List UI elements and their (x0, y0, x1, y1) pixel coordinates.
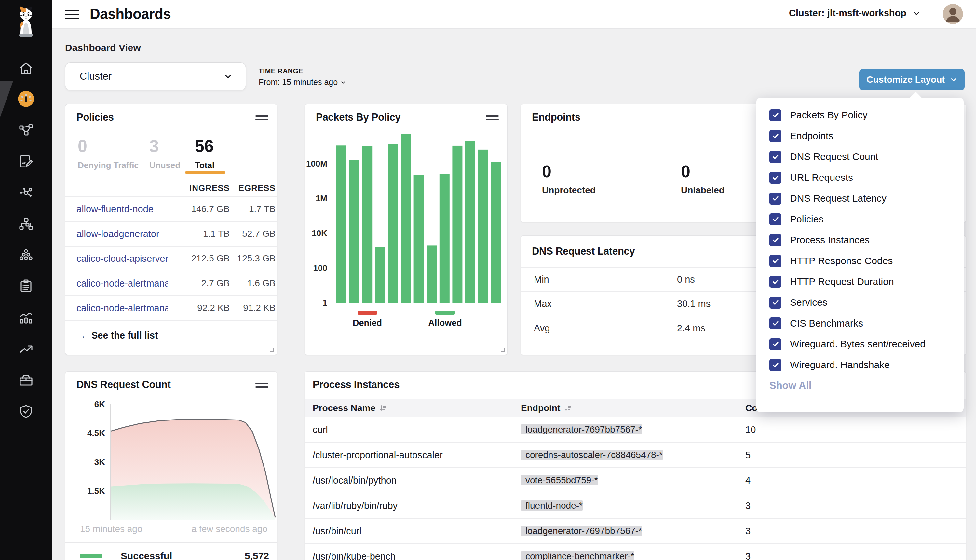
cluster-switcher[interactable]: Cluster: jlt-msft-workshop (789, 8, 921, 18)
count-value: 10 (745, 424, 966, 435)
checkbox-checked-icon[interactable] (769, 359, 781, 371)
checkbox-checked-icon[interactable] (769, 338, 781, 350)
checkbox-checked-icon[interactable] (769, 297, 781, 308)
count-value: 3 (745, 526, 966, 537)
svg-text:6K: 6K (94, 399, 105, 409)
ingress-column-header: INGRESS (168, 183, 230, 193)
inventory-box-icon (18, 372, 34, 388)
page-title: Dashboards (90, 6, 171, 22)
legend-item-denied[interactable]: Denied (346, 310, 389, 328)
dashboard-view-select-value: Cluster (80, 70, 224, 82)
process-name: curl (313, 424, 521, 435)
calico-cat-logo (14, 4, 38, 38)
policy-link[interactable]: allow-loadgenerator (77, 228, 168, 239)
process-name-column-header[interactable]: Process Name (313, 403, 521, 413)
dropdown-checkbox-item[interactable]: Process Instances (756, 230, 964, 250)
sidebar-item-policies[interactable] (0, 146, 52, 177)
sidebar-item-service-graph[interactable] (0, 177, 52, 208)
resize-handle[interactable] (501, 348, 505, 352)
process-name: /cluster-proportional-autoscaler (313, 450, 521, 460)
policy-edit-icon (18, 153, 34, 169)
sidebar-item-timeline[interactable] (0, 302, 52, 333)
dashboard-view-select[interactable]: Cluster (65, 62, 246, 90)
hamburger-menu-icon[interactable] (65, 10, 79, 22)
dropdown-checkbox-item[interactable]: Wireguard. Handshake (756, 355, 964, 375)
egress-column-header: EGRESS (230, 183, 275, 193)
count-value: 3 (745, 500, 966, 511)
timeline-chart-icon (18, 310, 34, 325)
x-axis-label-end: a few seconds ago (192, 524, 268, 534)
sidebar-item-home[interactable] (0, 53, 52, 84)
arrow-right-icon: → (77, 330, 86, 341)
dropdown-checkbox-item[interactable]: Policies (756, 209, 964, 230)
time-range-value[interactable]: From: 15 minutes ago (259, 77, 346, 87)
dropdown-checkbox-item[interactable]: DNS Request Count (756, 146, 964, 167)
policy-stat: 0 Denying Traffic (78, 136, 139, 170)
avatar[interactable] (943, 4, 963, 24)
see-full-list-link[interactable]: → See the full list (77, 330, 158, 341)
resize-handle[interactable] (270, 348, 274, 352)
checkbox-checked-icon[interactable] (769, 109, 781, 121)
checkbox-checked-icon[interactable] (769, 276, 781, 288)
show-all-link[interactable]: Show All (769, 380, 812, 392)
checkbox-checked-icon[interactable] (769, 234, 781, 246)
ingress-value: 1.1 TB (168, 228, 230, 239)
policy-link[interactable]: calico-cloud-apiserver-… (77, 253, 168, 264)
denied-swatch (357, 310, 377, 315)
sidebar-item-security[interactable] (0, 396, 52, 427)
dropdown-checkbox-item[interactable]: Services (756, 292, 964, 313)
dropdown-checkbox-item[interactable]: DNS Request Latency (756, 188, 964, 209)
policies-table: allow-fluentd-node 146.7 GB 1.7 TB allow… (65, 197, 277, 320)
checkbox-checked-icon[interactable] (769, 213, 781, 225)
dropdown-checkbox-item[interactable]: HTTP Request Duration (756, 271, 964, 292)
sidebar-item-network-topology[interactable] (0, 115, 52, 146)
sidebar-item-compliance[interactable] (0, 270, 52, 302)
endpoint-stat: 0 Unprotected (542, 162, 596, 195)
trend-arrow-icon (18, 342, 34, 357)
chevron-down-icon (912, 9, 921, 18)
checkbox-checked-icon[interactable] (769, 193, 781, 205)
sort-icon (564, 404, 572, 412)
dropdown-checkbox-item[interactable]: CIS Benchmarks (756, 313, 964, 334)
dropdown-checkbox-item[interactable]: Endpoints (756, 125, 964, 146)
sidebar-item-dashboards[interactable] (0, 83, 52, 115)
drag-handle-icon[interactable] (255, 115, 269, 123)
dropdown-checkbox-item[interactable]: Wireguard. Bytes sent/received (756, 334, 964, 355)
dropdown-checkbox-item[interactable]: URL Requests (756, 167, 964, 188)
policy-link[interactable]: calico-node-alertmana… (77, 278, 168, 289)
sidebar-item-network-sets[interactable] (0, 208, 52, 240)
table-row: curl loadgenerator-7697bb7567-* 10 (305, 417, 966, 443)
checkbox-checked-icon[interactable] (769, 151, 781, 163)
policy-link[interactable]: calico-node-alertmana… (77, 303, 168, 313)
table-row: /cluster-proportional-autoscaler coredns… (305, 443, 966, 468)
time-range-label: TIME RANGE (259, 67, 346, 75)
dropdown-checkbox-item[interactable]: HTTP Response Codes (756, 250, 964, 271)
network-topology-icon (18, 122, 34, 138)
sidebar-item-inventory[interactable] (0, 365, 52, 396)
sidebar-item-workloads[interactable] (0, 240, 52, 271)
svg-text:10K: 10K (312, 228, 327, 238)
ingress-value: 146.7 GB (168, 204, 230, 214)
checkbox-checked-icon[interactable] (769, 317, 781, 330)
customize-layout-button[interactable]: Customize Layout (859, 69, 964, 90)
chevron-down-icon (950, 76, 958, 83)
table-row: /usr/local/bin/python vote-5655bd759-* 4 (305, 468, 966, 493)
sidebar-item-trends[interactable] (0, 334, 52, 365)
legend-item-allowed[interactable]: Allowed (420, 310, 469, 328)
checkbox-checked-icon[interactable] (769, 130, 781, 142)
policy-link[interactable]: allow-fluentd-node (77, 204, 168, 215)
sort-icon (379, 404, 387, 412)
sidebar (0, 0, 52, 560)
table-row: calico-node-alertmana… 2.7 GB 1.6 GB (65, 270, 277, 295)
dns-legend-row: Successful 5,572 (65, 547, 277, 560)
card-title: Policies (77, 112, 114, 123)
process-name: /var/lib/ruby/bin/ruby (313, 500, 521, 511)
card-title: Process Instances (313, 379, 399, 390)
dropdown-checkbox-item[interactable]: Packets By Policy (756, 105, 964, 125)
checkbox-checked-icon[interactable] (769, 172, 781, 184)
dropdown-notch (909, 92, 922, 105)
checkbox-checked-icon[interactable] (769, 255, 781, 267)
endpoint-column-header[interactable]: Endpoint (521, 403, 745, 413)
dropdown-items: Packets By Policy Endpoints DNS Request … (756, 105, 964, 375)
table-row: /usr/bin/kube-bench compliance-benchmark… (305, 544, 966, 560)
